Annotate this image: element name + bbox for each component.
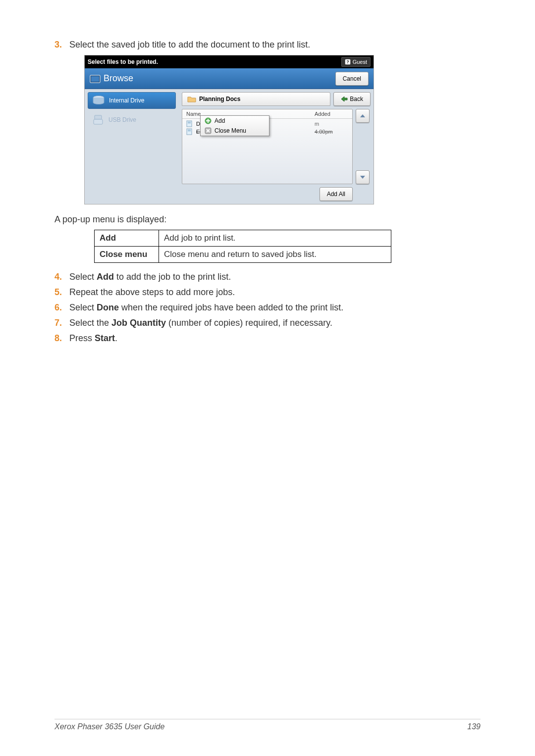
add-all-button[interactable]: Add All	[320, 187, 353, 201]
step-7: 7. Select the Job Quantity (number of co…	[54, 318, 481, 328]
step-4: 4. Select Add to add the job to the prin…	[54, 272, 481, 282]
popup-desc-intro: A pop-up menu is displayed:	[54, 214, 481, 225]
close-icon	[205, 127, 212, 134]
svg-rect-12	[188, 131, 191, 131]
step-number: 8.	[54, 333, 69, 344]
step-text: Select Add to add the job to the print l…	[69, 272, 481, 282]
step-number: 4.	[54, 272, 69, 282]
svg-rect-9	[188, 123, 191, 123]
drive-label: USB Drive	[108, 116, 136, 123]
svg-rect-15	[206, 120, 210, 121]
step-8: 8. Press Start.	[54, 333, 481, 344]
usb-drive-icon	[92, 114, 105, 125]
table-row: Add Add job to print list.	[95, 230, 391, 247]
popup-add-key: Add	[95, 230, 159, 247]
back-button[interactable]: Back	[333, 92, 371, 106]
popup-desc-table: Add Add job to print list. Close menu Cl…	[94, 230, 391, 263]
drive-internal[interactable]: Internal Drive	[88, 92, 176, 109]
svg-rect-11	[188, 130, 191, 130]
step-6: 6. Select Done when the required jobs ha…	[54, 302, 481, 313]
printer-browse-ui: Select files to be printed. ? Guest Brow…	[84, 55, 374, 204]
browse-icon	[90, 74, 101, 84]
context-menu-add[interactable]: Add	[201, 116, 269, 126]
ui-title: Select files to be printed.	[88, 58, 158, 65]
browse-label: Browse	[90, 73, 331, 84]
step-text: Repeat the above steps to add more jobs.	[69, 287, 481, 298]
popup-add-val: Add job to print list.	[159, 230, 391, 247]
svg-rect-10	[187, 129, 192, 135]
footer-title: Xerox Phaser 3635 User Guide	[54, 722, 164, 731]
svg-rect-5	[95, 115, 102, 119]
step-text: Select Done when the required jobs have …	[69, 302, 481, 313]
internal-drive-icon	[92, 95, 105, 106]
step-5: 5. Repeat the above steps to add more jo…	[54, 287, 481, 298]
back-arrow-icon	[341, 96, 348, 102]
svg-rect-8	[188, 122, 191, 122]
context-menu: Add Close Menu	[200, 115, 269, 136]
footer-page-number: 139	[467, 722, 481, 731]
page-footer: Xerox Phaser 3635 User Guide 139	[54, 719, 481, 731]
step-text: Select the Job Quantity (number of copie…	[69, 318, 481, 328]
step-text: Select the saved job title to add the do…	[69, 40, 481, 50]
step-text: Press Start.	[69, 333, 481, 344]
add-icon	[205, 117, 212, 124]
cancel-button[interactable]: Cancel	[335, 72, 369, 86]
step-number: 7.	[54, 318, 69, 328]
step-number: 5.	[54, 287, 69, 298]
step-3: 3. Select the saved job title to add the…	[54, 40, 481, 50]
chevron-up-icon	[359, 113, 366, 118]
context-menu-close[interactable]: Close Menu	[201, 126, 269, 136]
col-added: Added	[315, 111, 348, 117]
drives-sidebar: Internal Drive USB Drive	[85, 89, 179, 204]
drive-usb[interactable]: USB Drive	[88, 112, 176, 128]
browse-toolbar: Browse Cancel	[85, 68, 374, 89]
guest-label: Guest	[353, 59, 367, 65]
help-icon: ?	[345, 59, 351, 65]
popup-close-val: Close menu and return to saved jobs list…	[159, 247, 391, 263]
ui-title-bar: Select files to be printed. ? Guest	[85, 55, 374, 68]
svg-rect-7	[187, 121, 192, 127]
drive-label: Internal Drive	[109, 97, 144, 104]
step-number: 6.	[54, 302, 69, 313]
svg-rect-6	[94, 119, 103, 124]
scroll-down-button[interactable]	[356, 170, 370, 184]
folder-icon	[187, 96, 196, 102]
file-list-area: Name Added Dis m	[182, 109, 353, 184]
folder-name: Planning Docs	[199, 96, 240, 102]
table-row: Close menu Close menu and return to save…	[95, 247, 391, 263]
svg-rect-3	[91, 76, 99, 82]
chevron-down-icon	[359, 175, 366, 180]
step-number: 3.	[54, 40, 69, 50]
scroll-up-button[interactable]	[356, 109, 370, 123]
popup-close-key: Close menu	[95, 247, 159, 263]
guest-button[interactable]: ? Guest	[341, 57, 371, 67]
svg-text:?: ?	[346, 60, 349, 64]
document-icon	[186, 128, 193, 135]
document-icon	[186, 120, 193, 127]
current-folder-tab[interactable]: Planning Docs	[182, 92, 330, 106]
